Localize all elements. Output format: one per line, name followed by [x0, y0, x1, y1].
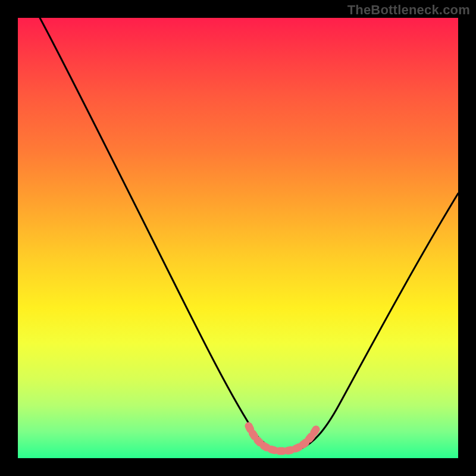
bottleneck-curve-path	[40, 18, 458, 451]
range-marker-path	[249, 426, 317, 451]
chart-frame: TheBottleneck.com	[0, 0, 476, 476]
watermark-text: TheBottleneck.com	[347, 2, 470, 18]
plot-area	[18, 18, 458, 458]
curve-layer	[18, 18, 458, 458]
